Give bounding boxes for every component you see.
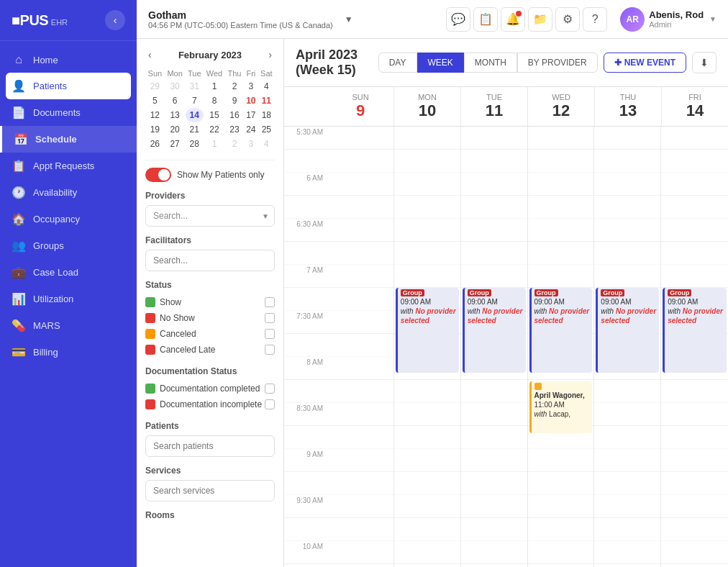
grid-cell[interactable] (661, 472, 728, 495)
mini-cal-day[interactable]: 23 (225, 122, 244, 137)
grid-cell[interactable] (394, 541, 460, 564)
sidebar-item-schedule[interactable]: 📅 Schedule (0, 126, 137, 153)
grid-cell[interactable] (661, 173, 728, 196)
settings-button[interactable]: ⚙ (555, 7, 580, 32)
grid-cell[interactable] (327, 265, 393, 288)
grid-cell[interactable] (661, 518, 728, 541)
grid-cell[interactable] (661, 150, 728, 173)
grid-cell[interactable] (327, 196, 393, 219)
mini-cal-day[interactable]: 30 (165, 79, 186, 94)
grid-cell[interactable] (327, 449, 393, 472)
mini-cal-day[interactable]: 31 (186, 79, 204, 94)
mini-cal-day[interactable]: 10 (244, 94, 258, 108)
grid-cell[interactable] (661, 380, 728, 403)
mini-cal-day[interactable]: 9 (225, 94, 244, 108)
grid-cell[interactable] (461, 403, 527, 426)
grid-cell[interactable] (461, 150, 527, 173)
grid-cell[interactable] (594, 564, 660, 567)
mini-cal-day[interactable]: 29 (145, 79, 165, 94)
location-dropdown-arrow[interactable]: ▼ (345, 14, 353, 24)
grid-cell[interactable] (394, 403, 460, 426)
next-month-button[interactable]: › (265, 47, 275, 62)
mini-cal-day[interactable]: 3 (244, 79, 258, 94)
grid-cell[interactable] (461, 564, 527, 567)
mini-cal-day[interactable]: 4 (258, 137, 275, 151)
grid-cell[interactable] (394, 242, 460, 265)
grid-cell[interactable] (661, 265, 728, 288)
grid-cell[interactable] (594, 196, 660, 219)
day-view-btn[interactable]: DAY (378, 53, 417, 73)
grid-cell[interactable] (594, 219, 660, 242)
notifications-button[interactable]: 🔔 (501, 7, 525, 32)
grid-cell[interactable] (661, 541, 728, 564)
mini-cal-day[interactable]: 26 (145, 137, 165, 151)
grid-cell[interactable] (394, 495, 460, 518)
toggle-switch[interactable] (145, 168, 171, 182)
grid-cell[interactable] (661, 403, 728, 426)
grid-cell[interactable] (327, 334, 393, 357)
mini-cal-day[interactable]: 17 (244, 108, 258, 122)
grid-cell[interactable] (327, 311, 393, 334)
grid-cell[interactable] (394, 449, 460, 472)
grid-cell[interactable] (594, 173, 660, 196)
grid-cell[interactable] (594, 426, 660, 449)
group-event-fri[interactable]: Group 09:00 AM with No provider selected (663, 288, 727, 373)
grid-cell[interactable] (528, 127, 594, 150)
grid-cell[interactable] (394, 150, 460, 173)
grid-cell[interactable] (594, 495, 660, 518)
canceled-late-checkbox[interactable] (265, 345, 275, 355)
grid-cell[interactable] (528, 472, 594, 495)
mini-cal-day[interactable]: 25 (258, 122, 275, 137)
grid-cell[interactable] (661, 449, 728, 472)
mini-cal-day[interactable]: 21 (186, 122, 204, 137)
providers-select[interactable]: Search... (145, 205, 275, 227)
mini-cal-day[interactable]: 4 (258, 79, 275, 94)
week-view-btn[interactable]: WEEK (417, 53, 464, 73)
sidebar-item-documents[interactable]: 📄 Documents (0, 99, 137, 126)
grid-cell[interactable] (394, 564, 460, 567)
mini-cal-day[interactable]: 6 (165, 94, 186, 108)
grid-cell[interactable] (661, 242, 728, 265)
mini-cal-day[interactable]: 1 (204, 79, 225, 94)
patients-input[interactable] (145, 435, 275, 457)
grid-cell[interactable] (461, 127, 527, 150)
sidebar-item-appt-requests[interactable]: 📋 Appt Requests (0, 153, 137, 179)
grid-cell[interactable] (394, 265, 460, 288)
grid-cell[interactable] (528, 518, 594, 541)
mini-cal-day[interactable]: 19 (145, 122, 165, 137)
chat-button[interactable]: 💬 (446, 7, 470, 32)
mini-cal-day[interactable]: 8 (204, 94, 225, 108)
mini-cal-day[interactable]: 27 (165, 137, 186, 151)
grid-cell[interactable] (327, 242, 393, 265)
grid-cell[interactable] (461, 518, 527, 541)
clipboard-button[interactable]: 📋 (473, 7, 498, 32)
sidebar-item-patients[interactable]: 👤 Patients (6, 73, 131, 99)
grid-cell[interactable] (394, 196, 460, 219)
grid-cell[interactable] (461, 495, 527, 518)
back-button[interactable]: ‹ (105, 10, 125, 30)
mini-cal-day[interactable]: 2 (225, 137, 244, 151)
grid-cell[interactable] (594, 150, 660, 173)
sidebar-item-occupancy[interactable]: 🏠 Occupancy (0, 206, 137, 232)
sidebar-item-availability[interactable]: 🕐 Availability (0, 179, 137, 206)
grid-cell[interactable] (394, 380, 460, 403)
group-event-mon[interactable]: Group 09:00 AM with No provider selected (396, 288, 459, 373)
grid-cell[interactable] (594, 127, 660, 150)
grid-scroll[interactable]: 5:30 AM 6 AM 6:30 AM 7 AM 7:30 AM 8 AM 8… (284, 127, 728, 567)
grid-cell[interactable] (528, 564, 594, 567)
grid-cell[interactable] (661, 495, 728, 518)
grid-cell[interactable] (394, 426, 460, 449)
by-provider-view-btn[interactable]: BY PROVIDER (517, 53, 598, 73)
grid-cell[interactable] (528, 219, 594, 242)
grid-cell[interactable] (327, 219, 393, 242)
download-button[interactable]: ⬇ (692, 52, 716, 73)
grid-cell[interactable] (327, 127, 393, 150)
doc-complete-checkbox[interactable] (265, 384, 275, 394)
grid-cell[interactable] (461, 380, 527, 403)
grid-cell[interactable] (394, 472, 460, 495)
grid-cell[interactable] (461, 242, 527, 265)
mini-cal-day[interactable]: 11 (258, 94, 275, 108)
mini-cal-day[interactable]: 12 (145, 108, 165, 122)
grid-cell[interactable] (528, 242, 594, 265)
grid-cell[interactable] (461, 265, 527, 288)
